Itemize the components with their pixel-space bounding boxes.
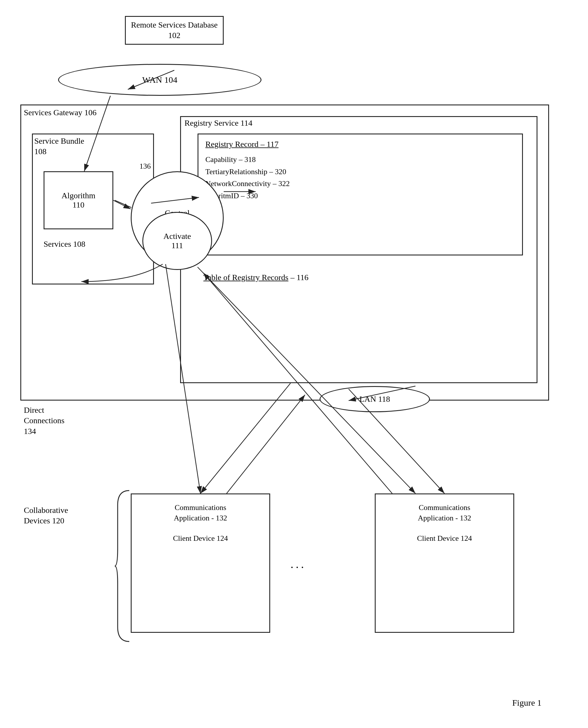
label-136: 136 (140, 162, 151, 171)
table-registry-label: Table of Registry Records – 116 (203, 273, 309, 282)
algorithm-box: Algorithm110 (44, 171, 113, 229)
remote-db-label: Remote Services Database 102 (131, 20, 218, 40)
collaborative-devices-label: CollaborativeDevices 120 (24, 505, 68, 526)
figure-label: Figure 1 (512, 698, 542, 708)
registry-service-label: Registry Service 114 (185, 118, 252, 128)
services-108-label: Services 108 (44, 240, 85, 249)
direct-connections-label: DirectConnections134 (24, 405, 64, 437)
registry-record-item-1: Capability – 318 (205, 154, 515, 166)
activate-circle: Activate111 (142, 212, 212, 270)
wan-label: WAN 104 (142, 75, 177, 85)
registry-record-item-3: NetworkConnectivity – 322 (205, 178, 515, 190)
registry-record-item-4: algoritmID – 330 (205, 190, 515, 202)
algorithm-label: Algorithm110 (62, 191, 96, 209)
registry-record-box: Registry Record – 117 Capability – 318 T… (197, 134, 523, 256)
client-dev-left-label: Client Device 124 (132, 534, 269, 543)
wan-ellipse: WAN 104 (58, 64, 261, 96)
client-dev-right-label: Client Device 124 (376, 534, 513, 543)
client-device-right-box: CommunicationsApplication - 132 Client D… (375, 493, 514, 633)
registry-record-title: Registry Record – 117 (205, 140, 515, 149)
registry-record-item-2: TertiaryRelationship – 320 (205, 166, 515, 178)
lan-ellipse: LAN 118 (319, 386, 430, 412)
services-gateway-label: Services Gateway 106 (24, 107, 97, 118)
service-bundle-label: Service Bundle108 (34, 136, 84, 157)
diagram: Remote Services Database 102 WAN 104 Ser… (0, 0, 588, 728)
client-device-left-box: CommunicationsApplication - 132 Client D… (131, 493, 270, 633)
svg-line-14 (227, 395, 305, 493)
activate-label: Activate111 (164, 231, 191, 250)
dots-separator: ... (291, 557, 306, 571)
lan-label: LAN 118 (359, 395, 390, 404)
remote-db-box: Remote Services Database 102 (125, 16, 224, 45)
comm-app-left-label: CommunicationsApplication - 132 (132, 494, 269, 524)
comm-app-right-label: CommunicationsApplication - 132 (376, 494, 513, 524)
